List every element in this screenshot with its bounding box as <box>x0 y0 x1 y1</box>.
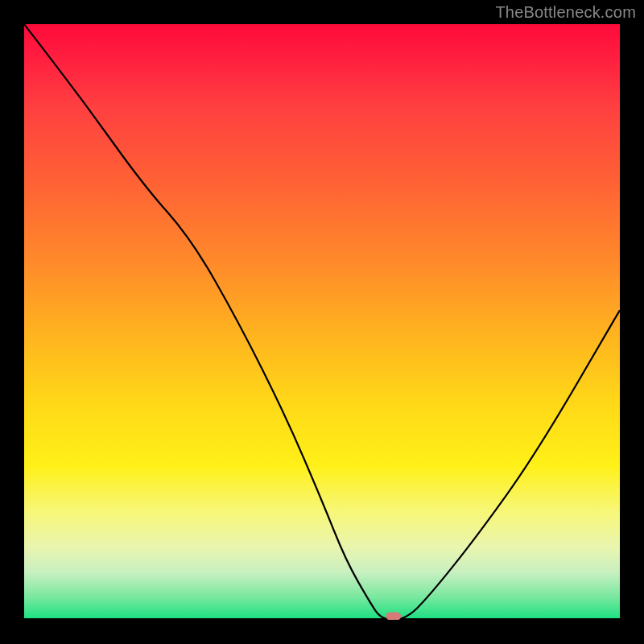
chart-frame: TheBottleneck.com <box>0 0 644 644</box>
bottleneck-curve <box>24 24 620 620</box>
plot-area <box>24 24 620 620</box>
optimal-marker <box>386 613 401 620</box>
watermark-text: TheBottleneck.com <box>495 3 636 22</box>
chart-svg <box>24 24 620 620</box>
